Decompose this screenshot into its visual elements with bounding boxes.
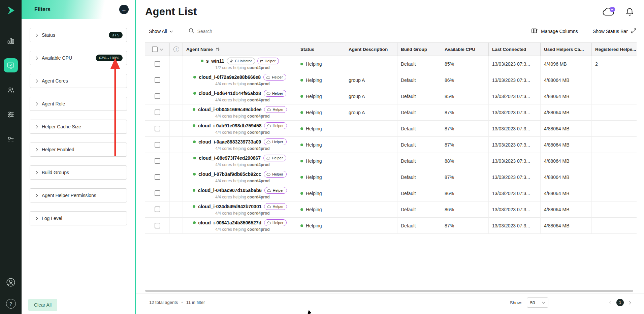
- row-select-cell: [145, 201, 170, 218]
- row-checkbox[interactable]: [155, 223, 160, 228]
- select-menu-chevron-icon[interactable]: [160, 47, 163, 50]
- row-select-cell: [145, 72, 170, 88]
- cloud-status-icon[interactable]: [602, 6, 615, 17]
- header-select-cell[interactable]: [145, 42, 170, 56]
- chevron-right-icon: [35, 148, 38, 151]
- agent-cores-subtext: 4/4 cores helping coord4prod: [215, 146, 269, 151]
- row-checkbox[interactable]: [155, 158, 160, 164]
- helper-badge: Helper: [264, 219, 287, 226]
- users-icon[interactable]: [4, 83, 18, 97]
- dashboard-icon[interactable]: [4, 34, 18, 48]
- col-header-last-connected[interactable]: Last Connected: [489, 42, 541, 56]
- table-row[interactable]: cloud_i-0d6441d144f95ab28 Helper 4/4 cor…: [145, 88, 637, 104]
- status-label: Helping: [306, 126, 322, 131]
- filter-item[interactable]: Status 3 / 5: [30, 28, 127, 42]
- status-dot-icon: [300, 192, 303, 195]
- agent-badges: Helper: [264, 138, 286, 145]
- search-box: [189, 28, 255, 35]
- table-row[interactable]: cloud_i-024d549d942b70301 Helper 4/4 cor…: [145, 201, 637, 218]
- scrollbar-thumb[interactable]: [145, 290, 633, 292]
- table-row[interactable]: cloud_i-08e973f74ed290867 Helper 4/4 cor…: [145, 153, 637, 169]
- used-helpers-cell: 4/88064 MB: [541, 104, 592, 121]
- row-checkbox[interactable]: [155, 109, 160, 115]
- header-alerts-cell[interactable]: !: [170, 42, 183, 56]
- filter-list: Status 3 / 5 Available CPU 63% - 100% Ag…: [22, 19, 135, 225]
- clear-all-button[interactable]: Clear All: [28, 299, 57, 311]
- filter-item[interactable]: Build Groups: [30, 165, 127, 180]
- license-key-icon[interactable]: [4, 132, 18, 146]
- filter-item[interactable]: Agent Role: [30, 97, 127, 111]
- table-row[interactable]: cloud_i-04bac907d105ab6b6 Helper 4/4 cor…: [145, 185, 637, 201]
- filter-item[interactable]: Available CPU 63% - 100%: [30, 51, 127, 65]
- row-checkbox[interactable]: [155, 174, 160, 180]
- helper-badge: ⇄Helper: [257, 58, 279, 64]
- settings-sliders-icon[interactable]: [4, 107, 18, 122]
- chevron-right-icon: [35, 102, 38, 105]
- next-page-icon[interactable]: [628, 301, 631, 304]
- status-cell: Helping: [297, 201, 345, 218]
- table-row[interactable]: cloud_i-00841a24b8506527d Helper 4/4 cor…: [145, 218, 637, 234]
- sort-icon[interactable]: [216, 47, 220, 52]
- col-header-build-group[interactable]: Build Group: [397, 42, 441, 56]
- col-header-agent-name[interactable]: Agent Name: [183, 42, 297, 56]
- page-size-select[interactable]: 50: [527, 297, 548, 308]
- online-dot-icon: [193, 173, 196, 176]
- search-input[interactable]: [197, 29, 255, 34]
- row-checkbox[interactable]: [155, 190, 160, 196]
- main-header: Agent List: [145, 5, 637, 18]
- app-logo-icon[interactable]: [6, 4, 16, 17]
- row-checkbox[interactable]: [155, 142, 160, 148]
- row-select-cell: [145, 185, 170, 201]
- agents-icon[interactable]: [4, 58, 18, 72]
- filter-item[interactable]: Helper Enabled: [30, 143, 127, 157]
- collapse-filters-button[interactable]: ←: [119, 5, 129, 14]
- helper-badge: Helper: [263, 74, 286, 81]
- horizontal-scrollbar[interactable]: [145, 290, 633, 292]
- filter-item[interactable]: Log Level: [30, 211, 127, 225]
- notifications-bell-icon[interactable]: [625, 7, 634, 17]
- help-icon[interactable]: ?: [6, 299, 16, 309]
- helper-badge: Helper: [264, 122, 287, 129]
- col-header-status[interactable]: Status: [297, 42, 345, 56]
- current-page-badge[interactable]: 1: [616, 299, 624, 306]
- table-row[interactable]: cloud_i-0b0451669c49cbdee Helper 4/4 cor…: [145, 104, 637, 121]
- agent-badges: Helper: [263, 155, 286, 161]
- table-row[interactable]: cloud_i-07b3af9db85cb92cc Helper 4/4 cor…: [145, 169, 637, 185]
- helper-badge: Helper: [264, 138, 286, 145]
- row-checkbox[interactable]: [155, 77, 160, 83]
- row-checkbox[interactable]: [155, 126, 160, 131]
- status-dot-icon: [300, 160, 303, 162]
- filter-item[interactable]: Agent Helper Permissions: [30, 188, 127, 202]
- col-header-agent-description[interactable]: Agent Description: [345, 42, 397, 56]
- filter-item[interactable]: Agent Cores: [30, 74, 127, 88]
- registered-helpers-cell: [592, 153, 637, 169]
- filter-label: Available CPU: [42, 55, 72, 61]
- row-alert-cell: [170, 88, 183, 104]
- table-row[interactable]: cloud_i-0aae8883239733a09 Helper 4/4 cor…: [145, 137, 637, 153]
- agent-name-cell: cloud_i-024d549d942b70301 Helper 4/4 cor…: [183, 201, 297, 218]
- row-checkbox[interactable]: [155, 93, 160, 99]
- prev-page-icon[interactable]: [609, 301, 613, 304]
- col-header-available-cpu[interactable]: Available CPU: [441, 42, 489, 56]
- row-checkbox[interactable]: [155, 61, 160, 67]
- select-all-checkbox[interactable]: [152, 46, 158, 52]
- table-row[interactable]: cloud_i-0f72a9a2e88b666e8 Helper 4/4 cor…: [145, 72, 637, 88]
- agent-name-cell: cloud_i-07b3af9db85cb92cc Helper 4/4 cor…: [183, 169, 297, 185]
- user-avatar-icon[interactable]: [4, 275, 18, 289]
- row-checkbox[interactable]: [155, 207, 160, 212]
- show-status-bar-button[interactable]: Show Status Bar: [593, 28, 637, 35]
- status-dot-icon: [300, 176, 303, 179]
- col-header-registered-helpers[interactable]: Registered Helpe...: [592, 42, 637, 56]
- build-group-cell: Default: [397, 56, 441, 72]
- online-dot-icon: [193, 189, 195, 192]
- agent-badges: Helper: [264, 122, 287, 129]
- available-cpu-cell: 86%: [441, 72, 489, 88]
- row-select-cell: [145, 104, 170, 121]
- show-all-dropdown[interactable]: Show All: [149, 29, 172, 34]
- table-row[interactable]: cloud_i-0ab91e098db759458 Helper 4/4 cor…: [145, 121, 637, 137]
- filter-item[interactable]: Helper Cache Size: [30, 120, 127, 134]
- col-header-used-helpers[interactable]: Used Helpers Ca...: [541, 42, 592, 56]
- agent-name-cell: s_win11 CI Initiator⇄Helper 1/2 cores he…: [183, 56, 297, 72]
- table-row[interactable]: s_win11 CI Initiator⇄Helper 1/2 cores he…: [145, 56, 637, 72]
- manage-columns-button[interactable]: Manage Columns: [532, 28, 578, 35]
